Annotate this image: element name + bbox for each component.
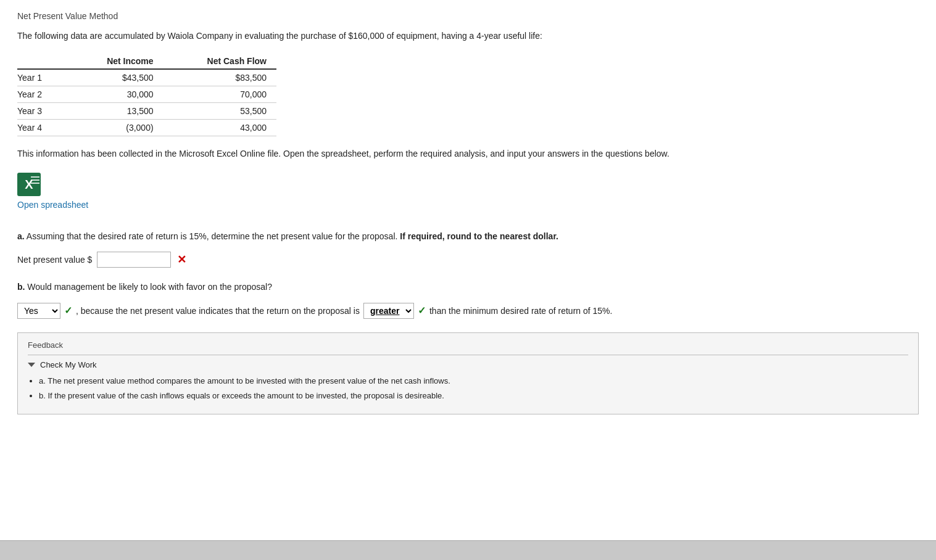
feedback-points: a. The net present value method compares… <box>28 374 908 403</box>
year-cell: Year 2 <box>17 86 70 103</box>
feedback-point-a: a. The net present value method compares… <box>39 374 908 388</box>
section-a-letter: a. <box>17 231 27 241</box>
table-row: Year 1$43,500$83,500 <box>17 69 276 86</box>
excel-lines <box>31 176 39 184</box>
feedback-box: Feedback Check My Work a. The net presen… <box>17 332 919 414</box>
excel-block: X Open spreadsheet <box>17 173 919 224</box>
excel-icon: X <box>17 173 41 196</box>
yes-check-icon: ✓ <box>64 305 72 316</box>
net-income-cell: 13,500 <box>70 103 163 120</box>
net-income-cell: 30,000 <box>70 86 163 103</box>
bottom-bar <box>0 540 936 560</box>
section-a-bold: If required, round to the nearest dollar… <box>400 231 558 241</box>
table-row: Year 4(3,000)43,000 <box>17 120 276 136</box>
net-cash-flow-cell: $83,500 <box>164 69 276 86</box>
year-cell: Year 1 <box>17 69 70 86</box>
feedback-divider <box>28 355 908 355</box>
yes-no-dropdown[interactable]: Yes No <box>17 303 60 319</box>
section-b-text: Would management be likely to look with … <box>27 282 272 292</box>
net-present-value-row: Net present value $ ✕ <box>17 252 919 268</box>
section-a-text: Assuming that the desired rate of return… <box>27 231 398 241</box>
section-b-answer-row: Yes No ✓ , because the net present value… <box>17 303 919 319</box>
error-icon: ✕ <box>177 253 186 266</box>
net-cash-flow-cell: 43,000 <box>164 120 276 136</box>
table-row: Year 313,50053,500 <box>17 103 276 120</box>
table-row: Year 230,00070,000 <box>17 86 276 103</box>
check-my-work: Check My Work <box>28 360 908 369</box>
year-cell: Year 4 <box>17 120 70 136</box>
col-header-net-cash-flow: Net Cash Flow <box>164 54 276 69</box>
triangle-icon <box>28 363 35 367</box>
middle-text: , because the net present value indicate… <box>76 306 360 316</box>
col-header-net-income: Net Income <box>70 54 163 69</box>
section-a-label: a. Assuming that the desired rate of ret… <box>17 229 919 243</box>
info-text: This information has been collected in t… <box>17 147 919 160</box>
net-income-cell: (3,000) <box>70 120 163 136</box>
open-spreadsheet-link[interactable]: Open spreadsheet <box>17 200 88 210</box>
data-table: Net Income Net Cash Flow Year 1$43,500$8… <box>17 54 276 136</box>
end-text: than the minimum desired rate of return … <box>429 306 612 316</box>
section-b-label: b. Would management be likely to look wi… <box>17 280 919 294</box>
net-cash-flow-cell: 70,000 <box>164 86 276 103</box>
check-my-work-label: Check My Work <box>40 360 97 369</box>
main-page: Net Present Value Method The following d… <box>0 0 936 560</box>
intro-text: The following data are accumulated by Wa… <box>17 30 919 43</box>
npv-label: Net present value $ <box>17 255 92 265</box>
excel-icon-area: X <box>17 173 41 196</box>
page-title: Net Present Value Method <box>17 11 919 21</box>
col-header-year <box>17 54 70 69</box>
year-cell: Year 3 <box>17 103 70 120</box>
npv-input[interactable] <box>97 252 171 268</box>
feedback-point-b: b. If the present value of the cash infl… <box>39 389 908 403</box>
greater-check-icon: ✓ <box>418 305 426 316</box>
feedback-title: Feedback <box>28 340 908 350</box>
net-cash-flow-cell: 53,500 <box>164 103 276 120</box>
greater-less-dropdown[interactable]: greater less <box>363 303 414 319</box>
net-income-cell: $43,500 <box>70 69 163 86</box>
